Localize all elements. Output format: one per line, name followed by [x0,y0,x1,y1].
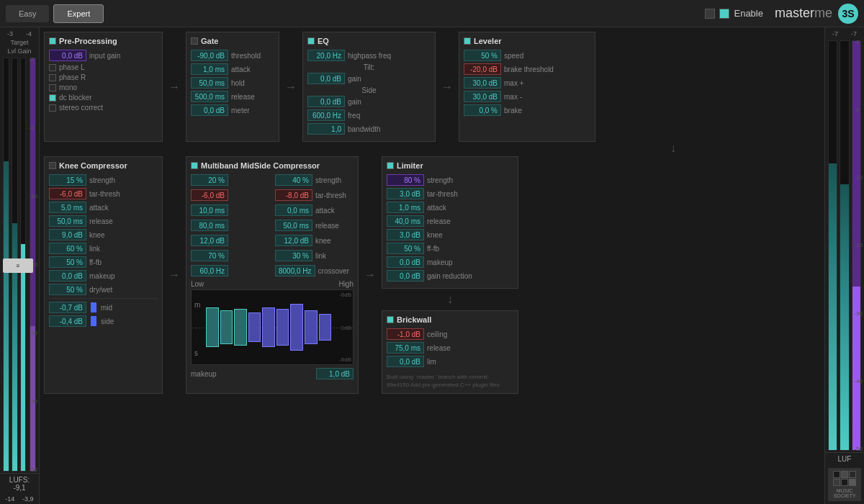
brickwall-lim-value[interactable]: 0,0 dB [387,356,424,367]
logo-cell6 [849,479,856,486]
mb-attack-low[interactable]: 10,0 ms [191,204,228,216]
enable-led-active[interactable] [719,9,729,19]
knee-link-value[interactable]: 60 % [49,243,86,254]
mb-release-high[interactable]: 50,0 ms [275,220,312,231]
meter-visual-area-right: -2 -5 -10 -20 -30 -40 -50 [825,39,864,452]
knee-mid-value[interactable]: -0,7 dB [49,302,86,313]
gate-hold-value[interactable]: 50,0 ms [191,77,228,89]
tab-easy[interactable]: Easy [6,5,49,22]
preprocessing-phaser-check[interactable] [49,74,56,81]
preprocessing-stereo-check[interactable] [49,104,56,112]
limiter-fffb-value[interactable]: 50 % [387,243,424,254]
brickwall-release-value[interactable]: 75,0 ms [387,342,424,354]
lufs-display: LUFS: -9,1 [0,473,39,494]
mb-crossover-low[interactable]: 60,0 Hz [191,265,228,276]
knee-drywet-value[interactable]: 50 % [49,284,86,295]
mb-s-label: s [194,349,198,357]
leveler-brake-thresh-value[interactable]: -20,0 dB [464,63,501,75]
gate-release-label: release [231,93,255,101]
mb-band-labels: Low High [191,280,354,288]
limiter-led[interactable] [387,162,394,169]
mb-link-high[interactable]: 30 % [275,250,312,261]
brickwall-led[interactable] [387,316,394,323]
limiter-release-row: 40,0 ms release [387,215,513,227]
right-meter: -7 -7 -2 -5 -10 -20 -30 -40 -50 LUF [824,27,864,504]
leveler-speed-value[interactable]: 50 % [464,50,501,61]
mb-crossover-high[interactable]: 8000,0 Hz [275,265,315,276]
leveler-maxplus-value[interactable]: 30,0 dB [464,77,501,89]
mb-bar7 [290,304,303,351]
knee-makeup-row: 0,0 dB makeup [49,270,158,282]
preprocessing-led[interactable] [49,37,56,45]
enable-led[interactable] [705,9,715,19]
knee-attack-row: 5,0 ms attack [49,202,158,213]
limiter-gr-value[interactable]: 0,0 dB [387,270,424,282]
mb-strength-low[interactable]: 20 % [191,174,228,186]
level-slider[interactable]: ≡ [3,258,33,273]
eq-highpass-value[interactable]: 20,0 Hz [307,50,345,61]
limiter-knee-value[interactable]: 3,0 dB [387,229,424,240]
leveler-brake-value[interactable]: 0,0 % [464,104,501,116]
tab-expert[interactable]: Expert [53,4,104,23]
preprocessing-mono-check[interactable] [49,84,56,91]
gate-meter-value[interactable]: 0,0 dB [191,104,228,116]
leveler-maxminus-value[interactable]: 30,0 dB [464,91,501,102]
limiter-strength-value[interactable]: 80 % [387,174,424,186]
preprocessing-phasel-check[interactable] [49,64,56,71]
mb-knee-high[interactable]: 12,0 dB [275,235,312,246]
eq-side-label: Side [307,86,431,94]
mb-tarthresh-high[interactable]: -8,0 dB [275,189,312,201]
brickwall-header: Brickwall [387,315,513,324]
limiter-release-value[interactable]: 40,0 ms [387,215,424,227]
enable-label[interactable]: Enable [734,8,762,19]
eq-led[interactable] [307,37,315,45]
preprocessing-mono-label: mono [59,84,77,91]
gate-threshold-value[interactable]: -90,0 dB [191,50,228,61]
mb-attack-high[interactable]: 0,0 ms [275,204,312,216]
knee-strength-value[interactable]: 15 % [49,174,86,186]
knee-attack-value[interactable]: 5,0 ms [49,202,86,213]
preprocessing-dc-check[interactable] [49,94,56,102]
mb-makeup-value[interactable]: 1,0 dB [316,368,354,379]
knee-fffb-value[interactable]: 50 % [49,256,86,268]
gate-release-value[interactable]: 500,0 ms [191,91,228,102]
mb-release-low[interactable]: 80,0 ms [191,220,228,231]
knee-tarthresh-value[interactable]: -6,0 dB [49,188,86,199]
eq-side-freq-value[interactable]: 600,0 Hz [307,109,345,121]
mb-crossover-high-row: 8000,0 Hz crossover [275,265,354,276]
limiter-attack-value[interactable]: 1,0 ms [387,202,424,213]
limiter-tarthresh-value[interactable]: 3,0 dB [387,188,424,199]
eq-tilt-gain-value[interactable]: 0,0 dB [307,73,345,84]
limiter-module: Limiter 80 % strength 3,0 dB tar-thresh … [382,156,518,289]
preprocessing-dc-row: dc blocker [49,94,158,102]
knee-side-value[interactable]: -0,4 dB [49,315,86,327]
eq-side-bw-value[interactable]: 1,0 [307,123,345,135]
mb-tarthresh-low[interactable]: -6,0 dB [191,189,228,201]
preprocessing-title: Pre-Processing [59,37,117,45]
mb-knee-low[interactable]: 12,0 dB [191,235,228,246]
preprocessing-inputgain-value[interactable]: 0,0 dB [49,50,86,61]
knee-release-value[interactable]: 50,0 ms [49,215,86,227]
mb-bar9 [319,314,332,341]
knee-mid-row: -0,7 dB mid [49,302,158,313]
leveler-led[interactable] [464,37,471,45]
knee-knee-value[interactable]: 9,0 dB [49,229,86,240]
knee-makeup-value[interactable]: 0,0 dB [49,270,86,282]
preprocessing-stereo-label: stereo correct [59,104,103,112]
gate-led[interactable] [191,37,198,45]
gate-attack-value[interactable]: 1,0 ms [191,63,228,75]
knee-led[interactable] [49,162,56,169]
eq-side-gain-value[interactable]: 0,0 dB [307,96,345,107]
eq-tilt-label: Tilt: [307,63,431,71]
brickwall-ceiling-value[interactable]: -1,0 dB [387,328,424,340]
multiband-led[interactable] [191,162,198,169]
arrow-gate-eq: → [284,81,298,94]
eq-side-gain-label: gain [348,98,361,106]
mb-link-low[interactable]: 70 % [191,250,228,261]
right-meter-bar3 [852,40,861,451]
knee-title: Knee Compressor [59,161,127,170]
limiter-makeup-value[interactable]: 0,0 dB [387,256,424,268]
knee-module: Knee Compressor 15 % strength -6,0 dB ta… [44,156,163,394]
knee-side-indicator [91,316,96,326]
mb-strength-high[interactable]: 40 % [275,174,312,186]
